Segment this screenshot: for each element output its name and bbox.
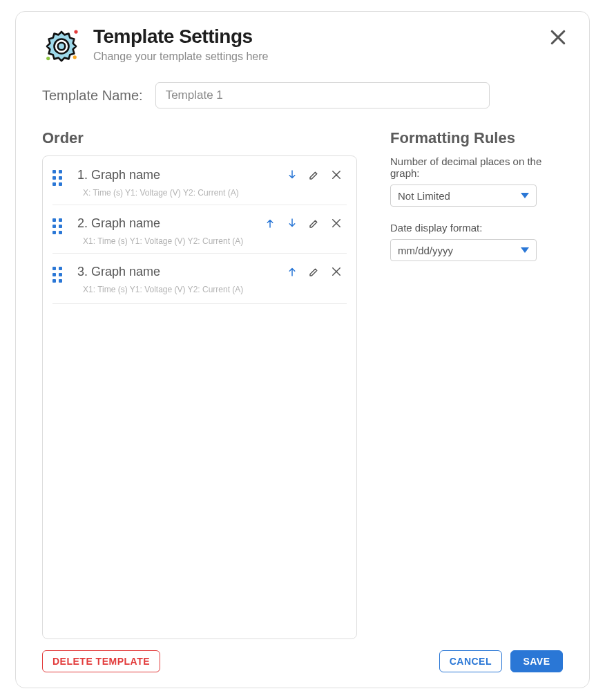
panel-title: Template Settings xyxy=(93,26,563,48)
svg-point-1 xyxy=(46,57,50,60)
remove-icon[interactable] xyxy=(329,264,344,279)
decimal-places-value: Not Limited xyxy=(398,190,529,202)
order-item-axes: X: Time (s) Y1: Voltage (V) Y2: Current … xyxy=(77,188,344,198)
order-item-axes: X1: Time (s) Y1: Voltage (V) Y2: Current… xyxy=(77,236,344,246)
settings-panel: Template Settings Change your template s… xyxy=(15,11,590,688)
panel-footer: DELETE TEMPLATE CANCEL SAVE xyxy=(42,650,563,672)
gear-icon xyxy=(42,27,81,66)
edit-icon[interactable] xyxy=(307,216,322,231)
move-down-icon[interactable] xyxy=(285,167,300,182)
cancel-button[interactable]: CANCEL xyxy=(439,650,502,672)
order-item: 3. Graph name X1: Time (s) Y1: Voltage (… xyxy=(43,253,356,301)
move-up-icon[interactable] xyxy=(285,264,300,279)
date-format-label: Date display format: xyxy=(390,222,563,234)
svg-point-0 xyxy=(74,30,77,33)
svg-point-4 xyxy=(58,43,66,50)
order-item: 2. Graph name X1: Time (s) Y1: Voltage (… xyxy=(43,205,356,253)
order-title: Order xyxy=(42,129,357,147)
close-icon[interactable] xyxy=(548,27,568,48)
chevron-down-icon xyxy=(521,247,529,253)
remove-icon[interactable] xyxy=(329,167,344,182)
order-item-title: 3. Graph name xyxy=(77,265,285,279)
date-format-dropdown[interactable]: mm/dd/yyyy xyxy=(390,239,537,261)
edit-icon[interactable] xyxy=(307,264,322,279)
order-item-title: 2. Graph name xyxy=(77,216,262,231)
date-format-value: mm/dd/yyyy xyxy=(398,245,529,256)
remove-icon[interactable] xyxy=(329,216,344,231)
move-down-icon[interactable] xyxy=(285,216,300,231)
template-name-row: Template Name: xyxy=(42,82,563,108)
svg-point-2 xyxy=(73,55,77,59)
order-list: 1. Graph name X: Time (s) Y1: Voltage (V… xyxy=(42,155,357,639)
delete-template-button[interactable]: DELETE TEMPLATE xyxy=(42,650,160,672)
edit-icon[interactable] xyxy=(307,167,322,182)
template-name-input[interactable] xyxy=(155,82,490,108)
order-item-axes: X1: Time (s) Y1: Voltage (V) Y2: Current… xyxy=(77,285,344,294)
chevron-down-icon xyxy=(521,193,529,198)
decimal-places-dropdown[interactable]: Not Limited xyxy=(390,185,537,207)
decimal-places-label: Number of decimal places on the graph: xyxy=(390,155,563,179)
template-name-label: Template Name: xyxy=(42,88,143,104)
drag-handle-icon[interactable] xyxy=(52,170,65,185)
panel-subtitle: Change your template settings here xyxy=(93,50,563,63)
move-up-icon[interactable] xyxy=(262,216,278,231)
panel-header: Template Settings Change your template s… xyxy=(42,26,563,66)
drag-handle-icon[interactable] xyxy=(52,267,65,282)
save-button[interactable]: SAVE xyxy=(510,650,563,672)
formatting-title: Formatting Rules xyxy=(390,129,563,147)
drag-handle-icon[interactable] xyxy=(52,218,65,234)
order-item: 1. Graph name X: Time (s) Y1: Voltage (V… xyxy=(43,156,356,205)
order-item-title: 1. Graph name xyxy=(77,168,285,182)
